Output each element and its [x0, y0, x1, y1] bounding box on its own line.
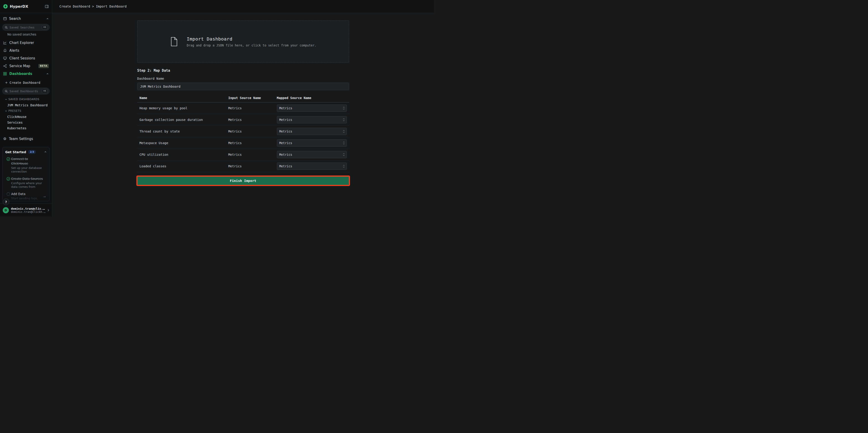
logo-row: HyperDX	[0, 0, 52, 13]
select-value: Metrics	[279, 141, 292, 145]
step-title: Add Data	[11, 192, 26, 196]
help-button[interactable]: ?	[3, 198, 9, 205]
breadcrumb[interactable]: Create Dashboard > Import Dashboard	[59, 5, 127, 8]
chevron-up-icon	[46, 18, 49, 20]
mapped-source-select[interactable]: Metrics	[277, 151, 347, 158]
dropzone-subtitle: Drag and drop a JSON file here, or click…	[187, 43, 316, 47]
search-section-label: Search	[9, 17, 21, 21]
preset-item-services[interactable]: Services	[0, 120, 52, 125]
saved-dashboard-item[interactable]: JVM Metrics Dashboard	[0, 102, 52, 108]
step-label: Step 2: Map Data	[137, 68, 349, 73]
dropzone-title: Import Dashboard	[187, 36, 316, 42]
shortcut-badge: ⌘K	[42, 89, 48, 93]
saved-dashboards-input[interactable]: Saved Dashboards ⌘K	[2, 88, 50, 94]
no-saved-searches-note: No saved searches	[7, 33, 52, 36]
get-started-header[interactable]: Get Started 2/3	[2, 147, 50, 156]
get-started-step-connect[interactable]: Connect to ClickHouse Set up your databa…	[2, 156, 50, 176]
content-area: Import Dashboard Drag and drop a JSON fi…	[52, 13, 434, 216]
click-highlight-box: Finish Import	[136, 176, 350, 186]
sidebar: HyperDX Search Saved Sea	[0, 0, 52, 216]
search-icon	[5, 26, 8, 29]
search-section-icon	[3, 17, 7, 21]
get-started-step-add-data[interactable]: Add Data Start sending logs, metrics, or…	[2, 191, 50, 201]
topbar: Create Dashboard > Import Dashboard	[52, 0, 434, 13]
empty-circle-icon	[5, 192, 11, 196]
step-title: Connect to ClickHouse	[11, 157, 28, 165]
row-input-source: Metrics	[228, 129, 277, 133]
saved-dashboards-placeholder: Saved Dashboards	[9, 90, 40, 93]
saved-dashboards-heading[interactable]: SAVED DASHBOARDS	[0, 96, 52, 102]
file-dropzone[interactable]: Import Dashboard Drag and drop a JSON fi…	[137, 21, 349, 63]
select-chevrons-icon	[343, 153, 345, 156]
row-name: Loaded classes	[137, 164, 228, 168]
table-row: Loaded classes Metrics Metrics	[137, 160, 349, 172]
sidebar-item-service-map[interactable]: Service Map BETA	[0, 62, 52, 70]
get-started-card: Get Started 2/3 Connect to ClickHouse Se…	[2, 147, 50, 201]
sidebar-scroll: Search Saved Searches ⌘K No saved search…	[0, 13, 52, 147]
check-circle-icon	[5, 177, 11, 181]
row-input-source: Metrics	[228, 164, 277, 168]
row-name: Metaspace Usage	[137, 141, 228, 145]
sidebar-item-team-settings[interactable]: ⚙ Team Settings	[0, 135, 52, 143]
user-menu[interactable]: D dominic.tran@clic... dominic.tran@clic…	[0, 204, 52, 216]
sidebar-item-chart-explorer[interactable]: Chart Explorer	[0, 39, 52, 47]
presets-heading[interactable]: PRESETS	[0, 108, 52, 114]
team-settings-label: Team Settings	[9, 137, 33, 141]
sidebar-item-client-sessions[interactable]: Client Sessions	[0, 54, 52, 62]
mapped-source-select[interactable]: Metrics	[277, 104, 347, 112]
table-row: Heap memory usage by pool Metrics Metric…	[137, 102, 349, 114]
beta-badge: BETA	[38, 64, 49, 68]
dashboard-name-input[interactable]	[137, 83, 349, 90]
create-dashboard-button[interactable]: Create Dashboard	[0, 79, 52, 86]
step-desc: Configure where your data comes from	[11, 181, 43, 189]
row-name: Garbage collection pause duration	[137, 118, 228, 122]
plus-icon	[5, 81, 8, 84]
select-chevrons-icon	[343, 130, 345, 133]
saved-searches-input[interactable]: Saved Searches ⌘K	[2, 24, 50, 31]
file-icon	[170, 37, 178, 47]
select-value: Metrics	[279, 118, 292, 122]
sidebar-item-label: Dashboards	[9, 72, 32, 76]
table-header: Name Input Source Name Mapped Source Nam…	[137, 93, 349, 102]
mapped-source-select[interactable]: Metrics	[277, 128, 347, 135]
get-started-title: Get Started	[5, 150, 26, 154]
get-started-step-sources[interactable]: Create Data Sources Configure where your…	[2, 176, 50, 191]
sidebar-item-dashboards[interactable]: Dashboards	[0, 70, 52, 78]
sidebar-toggle-icon[interactable]	[45, 5, 49, 8]
chevron-down-icon	[5, 110, 7, 112]
select-value: Metrics	[279, 164, 292, 168]
mapped-source-select[interactable]: Metrics	[277, 162, 347, 170]
main-column: Create Dashboard > Import Dashboard Impo…	[52, 0, 434, 216]
table-row: Metaspace Usage Metrics Metrics	[137, 137, 349, 149]
saved-dashboards-heading-label: SAVED DASHBOARDS	[8, 98, 39, 101]
select-chevrons-icon	[343, 118, 345, 121]
select-chevrons-icon	[343, 142, 345, 145]
dashboards-grid-icon	[3, 72, 7, 75]
row-input-source: Metrics	[228, 106, 277, 110]
row-input-source: Metrics	[228, 141, 277, 145]
preset-item-clickhouse[interactable]: ClickHouse	[0, 114, 52, 120]
preset-item-kubernetes[interactable]: Kubernetes	[0, 125, 52, 131]
mapped-source-select[interactable]: Metrics	[277, 139, 347, 147]
sidebar-item-alerts[interactable]: Alerts	[0, 47, 52, 54]
check-circle-icon	[5, 157, 11, 161]
row-name: Heap memory usage by pool	[137, 106, 228, 110]
table-row: Garbage collection pause duration Metric…	[137, 114, 349, 126]
column-header-input-source: Input Source Name	[228, 96, 277, 100]
avatar: D	[3, 207, 9, 213]
arrow-right-icon: →	[43, 195, 47, 198]
column-header-name: Name	[137, 96, 228, 100]
sidebar-item-label: Service Map	[9, 64, 30, 68]
mapped-source-select[interactable]: Metrics	[277, 116, 347, 123]
chevron-up-icon	[46, 73, 49, 75]
sidebar-section-search[interactable]: Search	[0, 14, 52, 24]
create-dashboard-label: Create Dashboard	[9, 81, 40, 85]
row-input-source: Metrics	[228, 153, 277, 156]
select-chevrons-icon	[343, 107, 345, 110]
finish-import-button[interactable]: Finish Import	[137, 177, 349, 185]
saved-searches-placeholder: Saved Searches	[9, 26, 40, 29]
step-desc: Start sending logs, metrics, or traces	[11, 197, 43, 201]
chevron-up-icon	[44, 151, 47, 153]
service-map-icon	[3, 64, 7, 68]
shortcut-badge: ⌘K	[42, 25, 48, 29]
